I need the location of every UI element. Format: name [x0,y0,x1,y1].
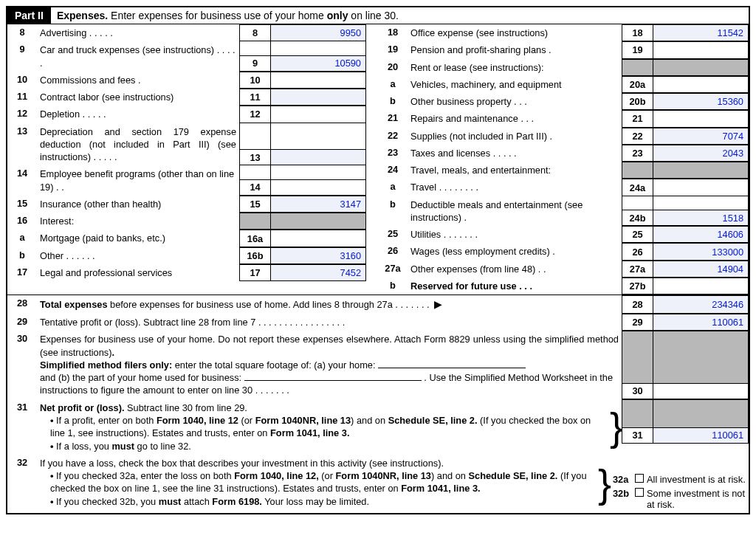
col-gap [366,123,378,166]
line-31-bullet1: If a profit, enter on both Form 1040, li… [40,414,607,440]
line-18-value[interactable]: 11542 [653,24,749,41]
line-25-row: 25Utilities . . . . . . .2514606 [378,226,749,243]
line-number: 10 [7,72,37,89]
line-9-value[interactable]: 10590 [270,55,366,72]
col-gap [366,89,378,106]
line-32-checkboxes: 32a All investment is at risk. 32b Some … [610,455,749,513]
line-number: 18 [378,24,408,41]
line-desc: Utilities . . . . . . . [408,226,622,243]
line-desc: Advertising . . . . . [37,24,239,41]
line-28-row: 28 Total expenses before expenses for bu… [7,295,749,314]
line-20-row: 20Rent or lease (see instructions): [378,59,749,76]
line-29-desc: Tentative profit or (loss). Subtract lin… [37,314,622,331]
col-gap [366,264,378,281]
line-13-value[interactable] [270,149,366,165]
line-24a-box: 24a [622,179,653,196]
line-22-box: 22 [622,128,653,145]
line-number: 24 [378,162,408,179]
line-26-value[interactable]: 133000 [653,243,749,260]
line-16a-value[interactable] [270,230,366,247]
line-29-row: 29 Tentative profit or (loss). Subtract … [7,314,749,331]
col-gap [366,230,378,247]
line-20b-value[interactable]: 15360 [653,93,749,110]
line-8-value[interactable]: 9950 [270,24,366,41]
line-16b-value[interactable]: 3160 [270,247,366,264]
line-box-gray [622,59,653,76]
line-20b-box: 20b [622,93,653,110]
line-13-box: 13 [239,149,270,165]
line-29-value[interactable]: 110061 [653,314,749,331]
line-20b-row: bOther business property . . .20b15360 [378,93,749,110]
value-stack: 13 [239,123,366,166]
checkbox-32a[interactable] [635,474,644,483]
line-30-value-stack: 30 [622,331,749,399]
line-10-value[interactable] [270,72,366,89]
line-30-box-spacer [622,331,653,382]
line-24-row: 24Travel, meals, and entertainment: [378,162,749,179]
line-28-rest: before expenses for business use of home… [108,299,430,310]
line-15-value[interactable]: 3147 [270,196,366,213]
line-28-bold: Total expenses [40,299,108,310]
line-14-value[interactable] [270,179,366,196]
line-number: 16 [7,213,37,230]
line-25-value[interactable]: 14606 [653,226,749,243]
line-28-value[interactable]: 234346 [653,295,749,314]
line-desc: Other business property . . . [408,93,622,110]
line-16a-box: 16a [239,230,270,247]
checkbox-32b[interactable] [635,488,644,497]
line-26-box: 26 [622,243,653,260]
line-30-desc: Expenses for business use of your home. … [37,331,622,399]
line-number: 21 [378,110,408,127]
line-19-box: 19 [622,41,653,58]
line-28-box: 28 [622,295,653,314]
line-desc: Office expense (see instructions) [408,24,622,41]
line-12-value[interactable] [270,106,366,123]
line-24b-row: bDeductible meals and entertainment (see… [378,196,749,227]
line-27a-value[interactable]: 14904 [653,261,749,278]
line-desc: Taxes and licenses . . . . . [408,145,622,162]
line-desc: Other . . . . . . [37,247,239,264]
line-27b-value[interactable] [653,278,749,294]
line-13-row: 13Depreciation and section 179 expense d… [7,123,378,166]
line-19-value[interactable] [653,41,749,58]
line-23-value[interactable]: 2043 [653,145,749,162]
line-21-value[interactable] [653,110,749,127]
line-number: 13 [7,123,37,166]
line-31-value[interactable]: 110061 [653,427,749,444]
line-30-p2-rest: enter the total square footage of: (a) y… [172,359,378,371]
line-30-number: 30 [7,331,37,399]
line-8-row: 8Advertising . . . . .89950 [7,24,378,41]
line-number: a [378,76,408,93]
line-25-box: 25 [622,226,653,243]
line-24a-value[interactable] [653,179,749,196]
line-number: 20 [378,59,408,76]
line-number: 15 [7,196,37,213]
line-20a-value[interactable] [653,76,749,93]
line-16b-box: 16b [239,247,270,264]
line-30-value[interactable] [653,383,749,399]
line-12-box: 12 [239,106,270,123]
line-31-box-spacer [622,399,653,427]
line-11-box: 11 [239,89,270,106]
business-sqft-input[interactable] [244,380,422,381]
col-gap [366,72,378,89]
line-28-number: 28 [7,295,37,314]
checkbox-32a-row: 32a All investment is at risk. [613,474,746,485]
line-desc: Legal and professional services [37,264,239,281]
line-17-value[interactable]: 7452 [270,264,366,281]
home-sqft-input[interactable] [378,368,526,368]
line-22-value[interactable]: 7074 [653,128,749,145]
line-desc: Supplies (not included in Part III) . [408,128,622,145]
line-12-row: 12Depletion . . . . .12 [7,106,378,123]
line-number: 9 [7,41,37,72]
line-value-gray [653,162,749,179]
col-gap [366,41,378,72]
col-gap [366,247,378,264]
line-9-box: 9 [239,55,270,72]
line-14-row: 14Employee benefit programs (other than … [7,165,378,196]
line-24b-value[interactable]: 1518 [653,210,749,226]
line-desc: Vehicles, machinery, and equipment [408,76,622,93]
line-31-box: 31 [622,427,653,444]
line-11-value[interactable] [270,89,366,106]
line-desc: Repairs and maintenance . . . [408,110,622,127]
